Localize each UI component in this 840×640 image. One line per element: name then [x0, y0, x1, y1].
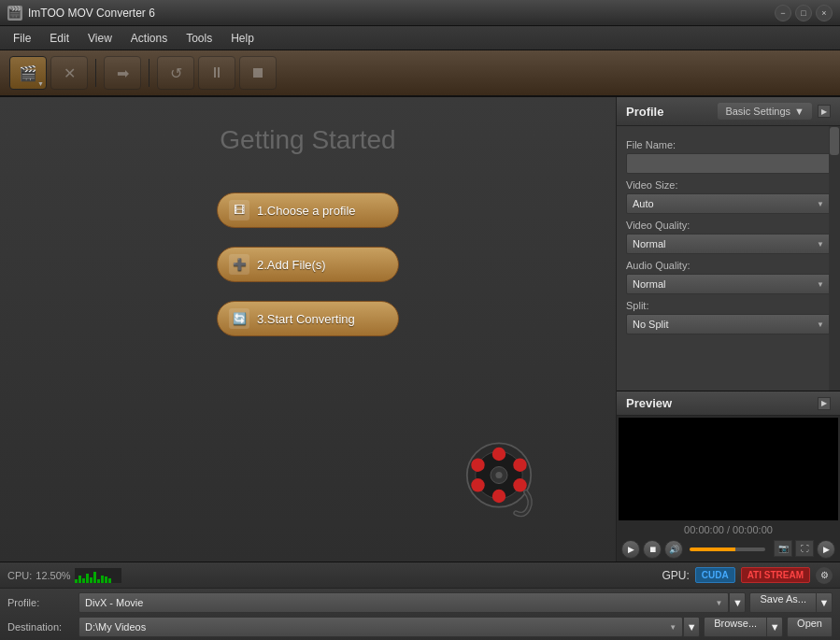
refresh-button[interactable]: ↺	[157, 56, 194, 90]
video-size-value: Auto	[633, 198, 654, 209]
toolbar-separator-1	[95, 59, 96, 87]
svg-point-3	[492, 490, 505, 503]
svg-point-7	[513, 459, 526, 472]
start-converting-button[interactable]: 🔄 3.Start Converting	[217, 301, 399, 336]
stop-button[interactable]: ⏹	[239, 56, 277, 90]
split-arrow: ▼	[817, 320, 824, 329]
restore-button[interactable]: □	[795, 5, 812, 21]
video-size-select[interactable]: Auto ▼	[626, 193, 831, 214]
preview-header: Preview ▶	[617, 391, 840, 416]
profile-title: Profile	[626, 105, 718, 119]
cpu-bar	[75, 579, 78, 583]
cpu-bar	[90, 577, 93, 583]
svg-point-2	[492, 448, 505, 461]
save-as-group: Save As... ▼	[749, 592, 833, 613]
app-title: ImTOO MOV Converter 6	[28, 7, 771, 20]
cpu-bar	[101, 576, 104, 583]
play-button[interactable]: ▶	[621, 540, 640, 559]
cpu-label: CPU:	[7, 570, 32, 581]
preview-expand-button[interactable]: ▶	[818, 397, 831, 410]
add-button[interactable]: 🎬▼	[9, 56, 47, 90]
destination-select-arrow: ▼	[669, 623, 676, 632]
stop-ctrl-button[interactable]: ⏹	[643, 540, 662, 559]
volume-button[interactable]: 🔊	[664, 540, 683, 559]
video-size-arrow: ▼	[817, 200, 824, 208]
gpu-settings-button[interactable]: ⚙	[816, 567, 833, 584]
split-value: No Split	[633, 319, 669, 330]
getting-started-text: Getting Started	[220, 125, 395, 155]
svg-point-4	[471, 478, 484, 491]
save-as-button[interactable]: Save As...	[749, 592, 816, 613]
menu-actions[interactable]: Actions	[121, 28, 177, 49]
profile-select-arrow: ▼	[716, 599, 723, 607]
start-converting-icon: 🔄	[229, 308, 249, 329]
cpu-graph	[75, 568, 121, 583]
open-button[interactable]: Open	[787, 617, 833, 637]
more-button[interactable]: ▶	[817, 540, 835, 559]
toolbar: 🎬▼ ✕ ➡ ↺ ⏸ ⏹	[0, 50, 840, 97]
fullscreen-button[interactable]: ⛶	[795, 540, 814, 557]
title-bar: 🎬 ImTOO MOV Converter 6 − □ ×	[0, 0, 840, 26]
preview-panel: Preview ▶ 00:00:00 / 00:00:00 ▶ ⏹ 🔊 📷 ⛶ …	[617, 391, 840, 562]
start-converting-label: 3.Start Converting	[257, 312, 355, 326]
video-quality-label: Video Quality:	[626, 220, 831, 231]
preview-time: 00:00:00 / 00:00:00	[617, 522, 840, 537]
destination-value: D:\My Videos	[85, 621, 146, 633]
browse-button[interactable]: Browse...	[704, 617, 766, 637]
profile-select-value: DivX - Movie	[85, 597, 143, 608]
menu-tools[interactable]: Tools	[177, 28, 221, 49]
close-button[interactable]: ×	[816, 5, 833, 21]
audio-quality-arrow: ▼	[817, 280, 824, 289]
add-files-button[interactable]: ➕ 2.Add File(s)	[217, 247, 399, 282]
panel-scroll-up[interactable]: ▶	[818, 105, 831, 118]
video-quality-select[interactable]: Normal ▼	[626, 234, 831, 254]
cpu-bar	[105, 576, 107, 583]
cpu-bar	[93, 572, 96, 583]
file-name-label: File Name:	[626, 139, 831, 150]
profile-settings: File Name: Video Size: Auto ▼ Video Qual…	[617, 126, 840, 391]
settings-scrollbar[interactable]	[829, 126, 840, 391]
profile-label: Profile:	[7, 597, 73, 608]
menu-help[interactable]: Help	[221, 28, 263, 49]
pause-button[interactable]: ⏸	[198, 56, 235, 90]
gpu-info: GPU: CUDA ATI STREAM ⚙	[662, 567, 833, 584]
app-icon: 🎬	[7, 6, 22, 21]
menu-view[interactable]: View	[78, 28, 121, 49]
bottom-bar: Profile: DivX - Movie ▼ ▼ Save As... ▼ D…	[0, 588, 840, 640]
screenshot-button[interactable]: 📷	[774, 540, 792, 557]
profile-dropdown-arrow[interactable]: ▼	[729, 592, 746, 613]
ati-badge[interactable]: ATI STREAM	[741, 567, 810, 583]
remove-button[interactable]: ✕	[50, 56, 88, 90]
toolbar-separator-2	[149, 59, 149, 87]
destination-dropdown-arrow[interactable]: ▼	[683, 617, 700, 637]
minimize-button[interactable]: −	[775, 5, 791, 21]
audio-quality-value: Normal	[633, 278, 665, 290]
menu-edit[interactable]: Edit	[40, 28, 78, 49]
cpu-bar	[97, 579, 100, 583]
audio-quality-label: Audio Quality:	[626, 260, 831, 271]
split-select[interactable]: No Split ▼	[626, 314, 831, 334]
audio-quality-select[interactable]: Normal ▼	[626, 274, 831, 294]
video-size-label: Video Size:	[626, 179, 831, 191]
choose-profile-label: 1.Choose a profile	[257, 204, 356, 218]
scrollbar-thumb	[830, 127, 839, 155]
browse-arrow-button[interactable]: ▼	[766, 617, 783, 637]
profile-select[interactable]: DivX - Movie ▼	[78, 592, 729, 613]
destination-select[interactable]: D:\My Videos ▼	[78, 617, 683, 637]
basic-settings-button[interactable]: Basic Settings ▼	[718, 103, 812, 120]
file-name-input[interactable]	[626, 153, 831, 174]
convert-button[interactable]: ➡	[104, 56, 141, 90]
cpu-bar	[82, 578, 85, 583]
choose-profile-button[interactable]: 🎞 1.Choose a profile	[217, 192, 399, 228]
destination-label: Destination:	[7, 621, 73, 633]
cpu-info: CPU: 12.50%	[7, 568, 121, 583]
cuda-badge[interactable]: CUDA	[695, 567, 735, 583]
cpu-bar	[86, 574, 89, 583]
menu-file[interactable]: File	[4, 28, 40, 49]
film-reel-decoration	[457, 437, 541, 524]
save-as-arrow-button[interactable]: ▼	[816, 592, 833, 613]
browse-group: Browse... ▼	[704, 617, 783, 637]
split-label: Split:	[626, 300, 831, 311]
volume-slider[interactable]	[690, 548, 765, 551]
main-content: Getting Started 🎞 1.Choose a profile ➕ 2…	[0, 97, 840, 562]
